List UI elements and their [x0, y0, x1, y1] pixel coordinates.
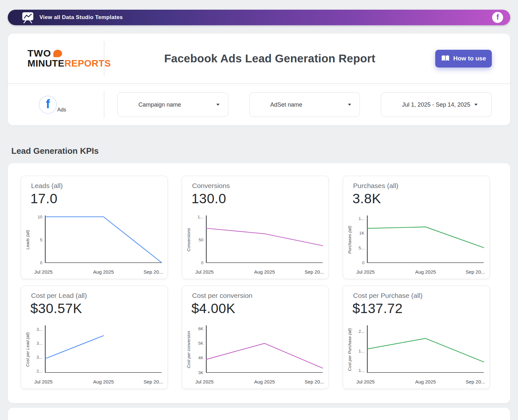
- facebook-ads-source: f Ads: [8, 96, 104, 114]
- line-chart-purchases: 05...1K1...Purchases (all)Jul 2025Aug 20…: [347, 213, 486, 276]
- svg-text:Purchases (all): Purchases (all): [347, 226, 352, 254]
- svg-text:Aug 2025: Aug 2025: [93, 269, 114, 275]
- date-range-picker[interactable]: Jul 1, 2025 - Sep 14, 2025: [381, 92, 492, 117]
- kpi-title: Conversions: [192, 182, 230, 190]
- top-banner[interactable]: View all Data Studio Templates f: [8, 10, 510, 25]
- kpi-value: $30.57K: [30, 301, 82, 316]
- kpi-title: Cost per Lead (all): [31, 292, 87, 299]
- chevron-down-icon: [216, 104, 220, 106]
- logo-text-minute: MINUTE: [27, 58, 64, 68]
- chevron-down-icon: [348, 104, 351, 106]
- svg-text:Jul 2025: Jul 2025: [356, 379, 375, 384]
- campaign-name-dropdown[interactable]: Campaign name: [117, 92, 228, 117]
- two-minute-reports-logo: TWO MINUTEREPORTS: [8, 48, 104, 68]
- filter-fields: Campaign name AdSet name Jul 1, 2025 - S…: [104, 92, 510, 117]
- kpi-title: Cost per Purchase (all): [353, 292, 423, 299]
- kpi-value: 3.8K: [352, 191, 381, 206]
- svg-text:3...: 3...: [37, 341, 42, 346]
- svg-text:1...: 1...: [359, 216, 364, 221]
- kpi-value: 17.0: [30, 191, 58, 206]
- report-title: Facebook Ads Lead Generation Report: [104, 52, 435, 65]
- svg-text:Sep 20...: Sep 20...: [305, 379, 324, 384]
- facebook-ads-icon: f: [39, 96, 57, 114]
- kpi-card-cost-per-conversion: Cost per conversion $4.00K 3K4K5K6KCost …: [182, 286, 329, 389]
- kpi-panel: Leads (all) 17.0 0510Leads (all)Jul 2025…: [8, 163, 510, 403]
- kpi-grid: Leads (all) 17.0 0510Leads (all)Jul 2025…: [21, 176, 490, 389]
- svg-text:Sep 20...: Sep 20...: [144, 379, 163, 384]
- campaign-name-label: Campaign name: [138, 101, 212, 108]
- svg-text:Cost per Purchase (all): Cost per Purchase (all): [347, 328, 352, 371]
- svg-text:Leads (all): Leads (all): [25, 230, 30, 250]
- svg-text:2...: 2...: [37, 369, 42, 373]
- svg-text:1...: 1...: [359, 349, 364, 353]
- kpi-card-cost-per-lead: Cost per Lead (all) $30.57K 2...3...3...…: [21, 286, 168, 389]
- svg-text:1...: 1...: [359, 368, 364, 373]
- report-header-card: TWO MINUTEREPORTS Facebook Ads Lead Gene…: [8, 34, 510, 125]
- book-icon: [441, 55, 450, 62]
- ads-source-label: Ads: [57, 107, 66, 113]
- line-chart-cost-per-lead: 2...3...3...3...Cost per Lead (all)Jul 2…: [25, 323, 164, 386]
- svg-text:Jul 2025: Jul 2025: [195, 269, 214, 275]
- kpi-title: Cost per conversion: [192, 292, 253, 299]
- svg-text:0: 0: [362, 260, 364, 265]
- svg-text:5: 5: [40, 237, 42, 242]
- presentation-chart-icon: [21, 12, 34, 23]
- svg-text:0: 0: [201, 260, 203, 265]
- svg-text:3...: 3...: [37, 327, 42, 332]
- kpi-card-leads: Leads (all) 17.0 0510Leads (all)Jul 2025…: [21, 176, 168, 279]
- svg-text:Sep 20...: Sep 20...: [466, 379, 485, 384]
- svg-text:Aug 2025: Aug 2025: [93, 379, 114, 384]
- svg-text:0: 0: [40, 260, 42, 265]
- kpi-card-cost-per-purchase: Cost per Purchase (all) $137.72 1...1...…: [343, 286, 490, 389]
- svg-text:10: 10: [38, 215, 42, 219]
- svg-text:1...: 1...: [198, 215, 203, 219]
- svg-text:Aug 2025: Aug 2025: [254, 379, 275, 384]
- how-to-use-button[interactable]: How to use: [435, 50, 492, 68]
- line-chart-cost-per-purchase: 1...1...2...Cost per Purchase (all)Jul 2…: [347, 323, 486, 386]
- svg-text:Sep 20...: Sep 20...: [144, 269, 163, 275]
- svg-text:Cost per Lead (all): Cost per Lead (all): [25, 332, 30, 367]
- line-chart-conversions: 0501...ConversionsJul 2025Aug 2025Sep 20…: [186, 213, 325, 276]
- adset-name-label: AdSet name: [270, 101, 344, 108]
- svg-text:Conversions: Conversions: [186, 228, 191, 251]
- svg-text:Aug 2025: Aug 2025: [415, 379, 436, 384]
- kpi-value: $137.72: [352, 301, 403, 316]
- logo-line-2: MINUTEREPORTS: [27, 58, 104, 69]
- chevron-down-icon: [474, 104, 478, 106]
- svg-text:5K: 5K: [198, 341, 203, 346]
- svg-text:Aug 2025: Aug 2025: [415, 269, 436, 275]
- line-chart-leads: 0510Leads (all)Jul 2025Aug 2025Sep 20...: [25, 213, 164, 276]
- logo-line-1: TWO: [27, 48, 104, 58]
- next-section-card: [8, 408, 510, 420]
- svg-text:1K: 1K: [359, 231, 364, 236]
- svg-text:Jul 2025: Jul 2025: [34, 379, 53, 384]
- kpi-title: Purchases (all): [353, 182, 398, 190]
- date-range-label: Jul 1, 2025 - Sep 14, 2025: [402, 101, 470, 108]
- svg-text:Sep 20...: Sep 20...: [466, 269, 485, 275]
- adset-name-dropdown[interactable]: AdSet name: [249, 92, 360, 117]
- logo-text-two: TWO: [27, 48, 51, 58]
- svg-text:4K: 4K: [198, 355, 203, 360]
- svg-text:5...: 5...: [359, 246, 364, 250]
- line-chart-cost-per-conversion: 3K4K5K6KCost per conversionJul 2025Aug 2…: [186, 323, 325, 386]
- kpi-value: $4.00K: [191, 301, 235, 316]
- svg-text:Jul 2025: Jul 2025: [34, 269, 53, 275]
- svg-text:Jul 2025: Jul 2025: [195, 379, 214, 384]
- kpi-card-purchases: Purchases (all) 3.8K 05...1K1...Purchase…: [343, 176, 490, 279]
- svg-text:50: 50: [199, 237, 203, 242]
- svg-text:Cost per conversion: Cost per conversion: [186, 331, 191, 368]
- filter-row: f Ads Campaign name AdSet name Jul 1, 20…: [8, 84, 510, 125]
- page: View all Data Studio Templates f TWO MIN…: [0, 0, 518, 420]
- svg-text:6K: 6K: [198, 326, 203, 331]
- how-to-use-label: How to use: [453, 55, 486, 62]
- section-title: Lead Generation KPIs: [11, 146, 99, 156]
- logo-mark-icon: [53, 50, 62, 57]
- svg-text:Sep 20...: Sep 20...: [305, 269, 324, 275]
- svg-text:3K: 3K: [198, 370, 203, 375]
- header-top-row: TWO MINUTEREPORTS Facebook Ads Lead Gene…: [8, 34, 510, 83]
- svg-text:2...: 2...: [359, 329, 364, 334]
- facebook-icon[interactable]: f: [492, 12, 503, 23]
- view-all-templates-link[interactable]: View all Data Studio Templates: [39, 14, 123, 21]
- svg-text:3...: 3...: [37, 355, 42, 360]
- svg-text:Jul 2025: Jul 2025: [356, 269, 375, 275]
